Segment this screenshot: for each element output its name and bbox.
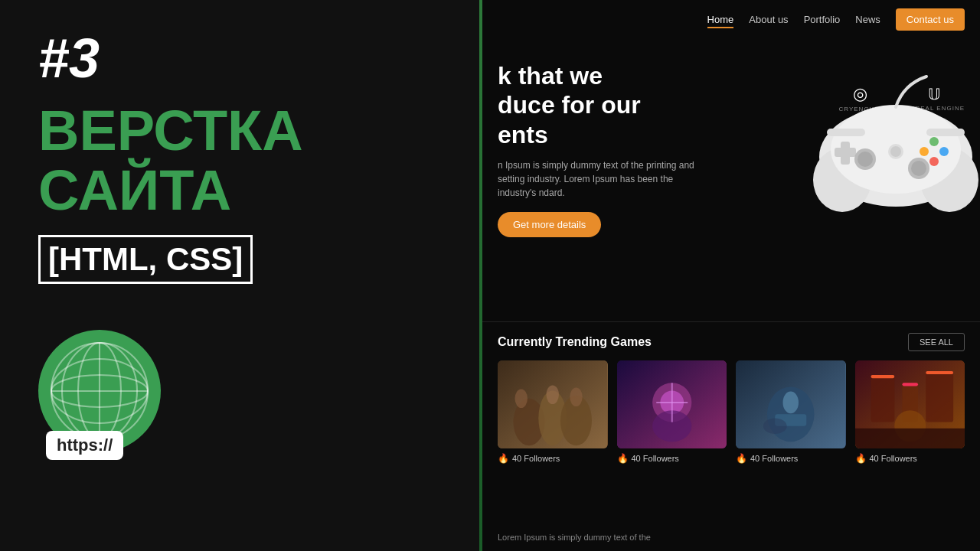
- game-card-4: 🔥 40 Followers: [855, 360, 965, 464]
- game-cards: 🔥 40 Followers: [498, 360, 965, 464]
- svg-point-16: [929, 157, 939, 166]
- svg-point-31: [570, 387, 582, 406]
- svg-rect-12: [835, 148, 856, 157]
- game-card-2: 🔥 40 Followers: [617, 360, 727, 464]
- svg-point-29: [515, 390, 528, 409]
- game-image-3: [736, 360, 846, 448]
- title-line1: ВЕРСТКА: [38, 99, 303, 162]
- nav-home[interactable]: Home: [707, 14, 734, 25]
- cta-button[interactable]: Get more details: [498, 212, 601, 237]
- main-title: ВЕРСТКА САЙТА: [38, 101, 303, 220]
- game-thumb-3: [736, 360, 846, 448]
- followers-label-4: 40 Followers: [870, 454, 917, 463]
- svg-rect-24: [926, 129, 965, 136]
- bottom-text-area: Lorem Ipsum is simply dummy text of the: [498, 532, 965, 543]
- nav-portfolio[interactable]: Portfolio: [804, 14, 841, 25]
- game-followers-2: 🔥 40 Followers: [617, 453, 727, 464]
- game-followers-3: 🔥 40 Followers: [736, 453, 846, 464]
- hero-line2: duce for our: [498, 91, 641, 119]
- svg-rect-49: [871, 375, 894, 378]
- game-card-3: 🔥 40 Followers: [736, 360, 846, 464]
- svg-rect-23: [827, 129, 865, 136]
- left-panel: #3 ВЕРСТКА САЙТА [HTML, CSS] https://: [0, 0, 482, 551]
- svg-point-14: [939, 147, 949, 156]
- https-badge: https://: [46, 431, 123, 460]
- hero-heading: k that we duce for our ents: [498, 61, 697, 149]
- svg-point-22: [890, 146, 901, 157]
- svg-point-20: [911, 161, 926, 176]
- followers-label-3: 40 Followers: [750, 454, 798, 463]
- nav-news[interactable]: News: [855, 14, 880, 25]
- game-image-1: [498, 360, 608, 448]
- game-image-2: [617, 360, 727, 448]
- game-followers-1: 🔥 40 Followers: [498, 453, 608, 464]
- contact-button[interactable]: Contact us: [896, 8, 965, 31]
- episode-number: #3: [38, 31, 100, 86]
- fire-icon-4: 🔥: [855, 453, 867, 464]
- game-thumb-1: [498, 360, 608, 448]
- hero-section: k that we duce for our ents n Ipsum is s…: [482, 38, 980, 321]
- followers-label-2: 40 Followers: [632, 454, 679, 463]
- navigation: Home About us Portfolio News Contact us: [482, 0, 980, 38]
- hero-text: k that we duce for our ents n Ipsum is s…: [498, 61, 697, 237]
- svg-point-40: [783, 392, 799, 414]
- game-followers-4: 🔥 40 Followers: [855, 453, 965, 464]
- fire-icon-2: 🔥: [617, 453, 629, 464]
- globe-svg: [46, 337, 153, 445]
- svg-rect-50: [902, 383, 918, 386]
- svg-rect-46: [926, 371, 953, 422]
- fire-icon-1: 🔥: [498, 453, 509, 464]
- svg-point-15: [920, 147, 929, 156]
- subtitle: [HTML, CSS]: [38, 235, 253, 284]
- game-thumb-2: [617, 360, 727, 448]
- see-all-button[interactable]: SEE ALL: [908, 333, 965, 351]
- divider: [482, 321, 980, 322]
- svg-rect-48: [855, 429, 965, 448]
- trending-title: Currently Trending Games: [498, 335, 652, 349]
- bottom-paragraph: Lorem Ipsum is simply dummy text of the: [498, 532, 965, 543]
- nav-about[interactable]: About us: [749, 14, 788, 25]
- svg-point-13: [929, 137, 939, 146]
- game-thumb-4: [855, 360, 965, 448]
- svg-point-30: [547, 385, 559, 404]
- game-card-1: 🔥 40 Followers: [498, 360, 608, 464]
- game-image-4: [855, 360, 965, 448]
- svg-rect-44: [871, 375, 894, 422]
- trending-header: Currently Trending Games SEE ALL: [498, 333, 965, 351]
- hero-description: n Ipsum is simply dummy text of the prin…: [498, 158, 697, 200]
- followers-label-1: 40 Followers: [512, 454, 560, 463]
- hero-line3: ents: [498, 121, 548, 148]
- svg-point-18: [858, 152, 873, 167]
- svg-point-42: [763, 418, 787, 434]
- globe-container: https://: [38, 330, 161, 452]
- right-panel: Home About us Portfolio News Contact us …: [482, 0, 980, 551]
- title-line2: САЙТА: [38, 158, 231, 222]
- gamepad-image: [804, 69, 980, 222]
- hero-line1: k that we: [498, 62, 603, 90]
- fire-icon-3: 🔥: [736, 453, 747, 464]
- gamepad-svg: [804, 69, 980, 222]
- trending-section: Currently Trending Games SEE ALL: [482, 325, 980, 471]
- svg-rect-51: [926, 371, 953, 374]
